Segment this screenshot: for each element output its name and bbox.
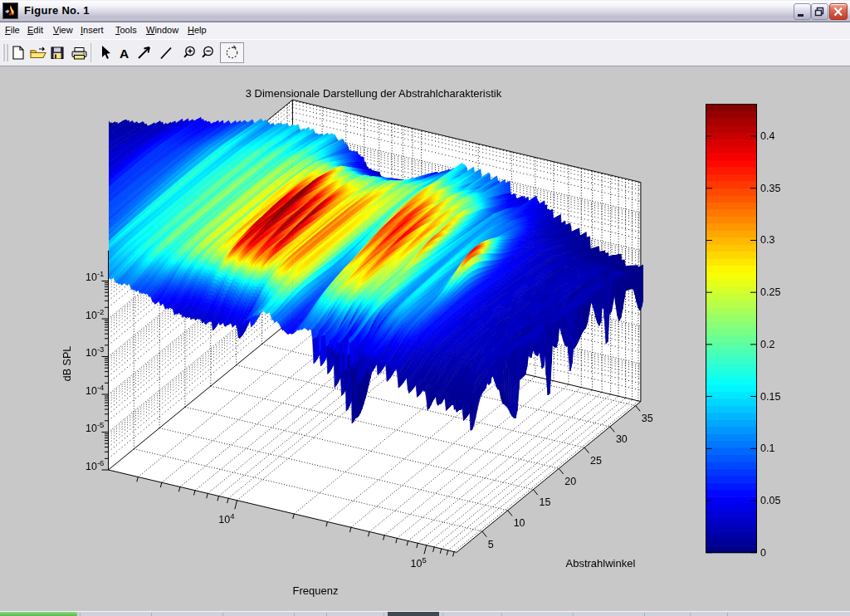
- svg-text:A: A: [120, 46, 129, 61]
